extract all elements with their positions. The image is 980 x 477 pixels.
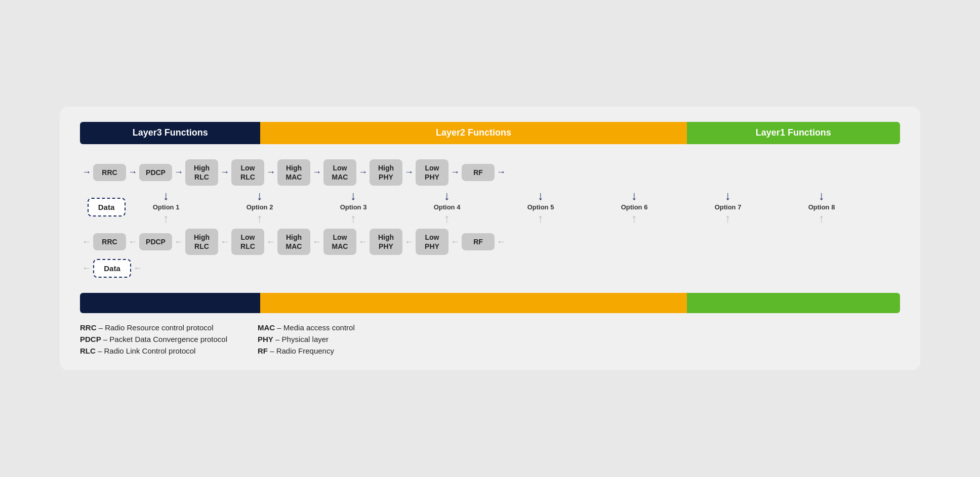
spacer-low-phy bbox=[758, 187, 791, 228]
option8-label: Option 8 bbox=[808, 203, 835, 211]
legend-phy-abbr: PHY bbox=[258, 335, 273, 343]
bottom-start-arrow: ← bbox=[82, 237, 91, 247]
legend-pdcp: PDCP – Packet Data Convergence protocol bbox=[80, 335, 227, 343]
option5-up-arrow: ↑ bbox=[538, 211, 544, 226]
top-arrow-5: → bbox=[312, 167, 321, 178]
layer2-section: Layer2 Functions bbox=[260, 122, 686, 144]
top-rf: RF bbox=[462, 164, 495, 181]
bottom-arrow-8: ← bbox=[451, 237, 460, 247]
layer1-section: Layer1 Functions bbox=[687, 122, 900, 144]
option4-down-arrow: ↓ bbox=[444, 189, 450, 203]
legend-rf: RF – Radio Frequency bbox=[258, 346, 355, 355]
data-box-bottom: Data bbox=[93, 259, 131, 278]
layer3-section: Layer3 Functions bbox=[80, 122, 260, 144]
legend-area: RRC – Radio Resource control protocol PD… bbox=[80, 323, 900, 355]
bottom-data-arrow-out: ← bbox=[82, 263, 91, 274]
bottom-arrow-5: ← bbox=[312, 237, 321, 247]
legend-rrc: RRC – Radio Resource control protocol bbox=[80, 323, 227, 332]
legend-mac: MAC – Media access control bbox=[258, 323, 355, 332]
option8-up-arrow: ↑ bbox=[819, 211, 825, 226]
option6-up-arrow: ↑ bbox=[631, 211, 637, 226]
option2-down-arrow: ↓ bbox=[257, 189, 263, 203]
layer3-label: Layer3 Functions bbox=[133, 127, 208, 138]
option7-up-arrow: ↑ bbox=[725, 211, 731, 226]
option8-down-arrow: ↓ bbox=[819, 189, 825, 203]
layer-bar: Layer3 Functions Layer2 Functions Layer1… bbox=[80, 122, 900, 144]
top-low-rlc: LowRLC bbox=[231, 159, 264, 186]
bar-layer2 bbox=[260, 293, 686, 313]
bottom-arrow-4: ← bbox=[266, 237, 275, 247]
bottom-arrow-6: ← bbox=[358, 237, 368, 247]
top-arrow-4: → bbox=[266, 167, 275, 178]
option7-label: Option 7 bbox=[715, 203, 742, 211]
option7-down-arrow: ↓ bbox=[725, 189, 731, 203]
legend-rf-full: – Radio Frequency bbox=[270, 346, 334, 355]
legend-rlc-abbr: RLC bbox=[80, 346, 96, 355]
option7-col: ↓ Option 7 ↑ bbox=[698, 187, 758, 228]
spacer-high-phy bbox=[665, 187, 698, 228]
top-arrow-2: → bbox=[174, 167, 183, 178]
option8-col: ↓ Option 8 ↑ bbox=[791, 187, 852, 228]
top-arrow-6: → bbox=[358, 167, 368, 178]
bottom-pdcp: PDCP bbox=[139, 233, 172, 250]
option1-up-arrow: ↑ bbox=[163, 211, 169, 226]
legend-rrc-full: – Radio Resource control protocol bbox=[99, 323, 214, 332]
bottom-arrow-7: ← bbox=[404, 237, 414, 247]
legend-pdcp-full: – Packet Data Convergence protocol bbox=[103, 335, 227, 343]
legend-mac-abbr: MAC bbox=[258, 323, 275, 332]
bottom-high-mac: HighMAC bbox=[277, 229, 310, 255]
legend-right: MAC – Media access control PHY – Physica… bbox=[258, 323, 355, 355]
top-low-mac: LowMAC bbox=[323, 159, 356, 186]
top-high-rlc: HighRLC bbox=[185, 159, 218, 186]
data-label-bottom: Data bbox=[104, 264, 120, 273]
option3-up-arrow: ↑ bbox=[350, 211, 356, 226]
bottom-data-arrow-in: ← bbox=[133, 263, 142, 274]
legend-phy-full: – Physical layer bbox=[275, 335, 329, 343]
spacer-low-rlc bbox=[384, 187, 417, 228]
spacer-end bbox=[885, 187, 900, 228]
option1-label: Option 1 bbox=[153, 203, 180, 211]
spacer-rf bbox=[852, 187, 885, 228]
option2-label: Option 2 bbox=[247, 203, 273, 211]
bottom-low-mac: LowMAC bbox=[323, 229, 356, 255]
data-label-top: Data bbox=[98, 203, 115, 211]
option2-col: ↓ Option 2 ↑ bbox=[229, 187, 290, 228]
legend-rrc-abbr: RRC bbox=[80, 323, 97, 332]
top-arrow-3: → bbox=[220, 167, 229, 178]
option1-col: ↓ Option 1 ↑ bbox=[136, 187, 196, 228]
bottom-end-arrow: ← bbox=[497, 237, 506, 247]
layer2-label: Layer2 Functions bbox=[436, 127, 511, 138]
spacer-low-mac bbox=[571, 187, 604, 228]
top-high-mac: HighMAC bbox=[277, 159, 310, 186]
bottom-arrow-3: ← bbox=[220, 237, 229, 247]
option5-col: ↓ Option 5 ↑ bbox=[510, 187, 571, 228]
option4-up-arrow: ↑ bbox=[444, 211, 450, 226]
option6-label: Option 6 bbox=[621, 203, 648, 211]
option3-down-arrow: ↓ bbox=[350, 189, 356, 203]
bar-layer1 bbox=[687, 293, 900, 313]
spacer-high-mac bbox=[477, 187, 510, 228]
bottom-high-rlc: HighRLC bbox=[185, 229, 218, 255]
option6-down-arrow: ↓ bbox=[631, 189, 637, 203]
bottom-high-phy: HighPHY bbox=[370, 229, 402, 255]
bottom-arrow-1: ← bbox=[128, 237, 137, 247]
layer1-label: Layer1 Functions bbox=[756, 127, 831, 138]
option5-label: Option 5 bbox=[527, 203, 554, 211]
top-arrow-7: → bbox=[404, 167, 414, 178]
option2-up-arrow: ↑ bbox=[257, 211, 263, 226]
bottom-rrc: RRC bbox=[93, 233, 126, 250]
legend-mac-full: – Media access control bbox=[277, 323, 354, 332]
top-high-phy: HighPHY bbox=[370, 159, 402, 186]
top-pdcp: PDCP bbox=[139, 164, 172, 181]
bottom-arrow-2: ← bbox=[174, 237, 183, 247]
spacer-high-rlc bbox=[290, 187, 323, 228]
bottom-low-rlc: LowRLC bbox=[231, 229, 264, 255]
bottom-rf: RF bbox=[462, 233, 495, 250]
option6-col: ↓ Option 6 ↑ bbox=[604, 187, 665, 228]
bottom-low-phy: LowPHY bbox=[416, 229, 448, 255]
diagram-grid: → RRC → PDCP → HighRLC → LowRLC → HighMA… bbox=[80, 159, 900, 278]
top-start-arrow: → bbox=[82, 167, 91, 178]
option3-label: Option 3 bbox=[340, 203, 367, 211]
option4-col: ↓ Option 4 ↑ bbox=[417, 187, 477, 228]
main-container: Layer3 Functions Layer2 Functions Layer1… bbox=[60, 107, 920, 371]
